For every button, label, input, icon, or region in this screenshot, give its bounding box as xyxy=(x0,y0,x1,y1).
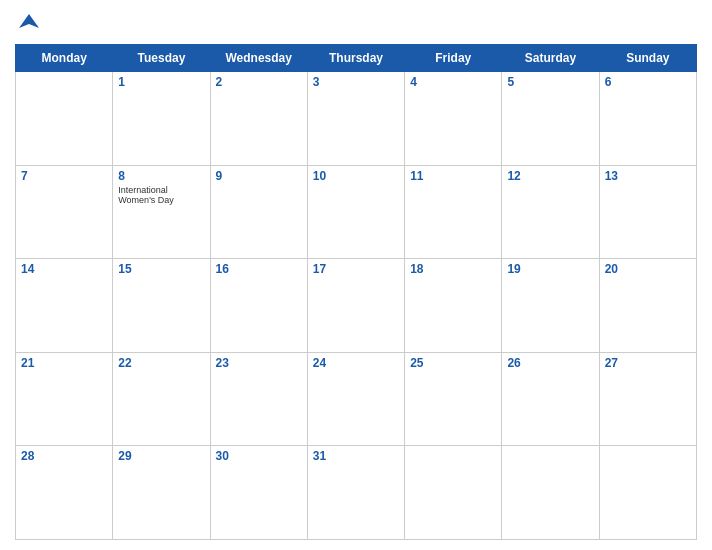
calendar-cell: 9 xyxy=(210,165,307,259)
day-number: 19 xyxy=(507,262,593,276)
weekday-header-row: MondayTuesdayWednesdayThursdayFridaySatu… xyxy=(16,45,697,72)
calendar-week-row: 78International Women's Day910111213 xyxy=(16,165,697,259)
calendar-cell: 13 xyxy=(599,165,696,259)
weekday-header: Wednesday xyxy=(210,45,307,72)
calendar-cell: 27 xyxy=(599,352,696,446)
calendar-table: MondayTuesdayWednesdayThursdayFridaySatu… xyxy=(15,44,697,540)
calendar-cell: 6 xyxy=(599,72,696,166)
calendar-cell: 23 xyxy=(210,352,307,446)
weekday-header: Monday xyxy=(16,45,113,72)
calendar-cell: 19 xyxy=(502,259,599,353)
calendar-cell: 31 xyxy=(307,446,404,540)
calendar-cell: 14 xyxy=(16,259,113,353)
logo xyxy=(15,10,47,38)
day-number: 28 xyxy=(21,449,107,463)
calendar-cell: 11 xyxy=(405,165,502,259)
day-number: 15 xyxy=(118,262,204,276)
calendar-cell: 16 xyxy=(210,259,307,353)
day-number: 11 xyxy=(410,169,496,183)
day-number: 29 xyxy=(118,449,204,463)
svg-marker-0 xyxy=(19,14,39,28)
calendar-cell: 21 xyxy=(16,352,113,446)
day-number: 31 xyxy=(313,449,399,463)
day-number: 12 xyxy=(507,169,593,183)
weekday-header: Friday xyxy=(405,45,502,72)
calendar-cell: 1 xyxy=(113,72,210,166)
calendar-cell: 30 xyxy=(210,446,307,540)
day-number: 26 xyxy=(507,356,593,370)
calendar-cell: 29 xyxy=(113,446,210,540)
weekday-header: Tuesday xyxy=(113,45,210,72)
day-number: 3 xyxy=(313,75,399,89)
calendar-cell: 26 xyxy=(502,352,599,446)
day-number: 21 xyxy=(21,356,107,370)
calendar-cell xyxy=(405,446,502,540)
day-number: 17 xyxy=(313,262,399,276)
event-label: International Women's Day xyxy=(118,185,204,207)
day-number: 7 xyxy=(21,169,107,183)
calendar-cell: 28 xyxy=(16,446,113,540)
day-number: 10 xyxy=(313,169,399,183)
calendar-cell: 22 xyxy=(113,352,210,446)
calendar-week-row: 21222324252627 xyxy=(16,352,697,446)
calendar-cell: 10 xyxy=(307,165,404,259)
calendar-cell: 2 xyxy=(210,72,307,166)
day-number: 6 xyxy=(605,75,691,89)
weekday-header: Thursday xyxy=(307,45,404,72)
weekday-header: Sunday xyxy=(599,45,696,72)
calendar-week-row: 28293031 xyxy=(16,446,697,540)
day-number: 2 xyxy=(216,75,302,89)
day-number: 22 xyxy=(118,356,204,370)
calendar-cell: 15 xyxy=(113,259,210,353)
weekday-header: Saturday xyxy=(502,45,599,72)
day-number: 30 xyxy=(216,449,302,463)
day-number: 20 xyxy=(605,262,691,276)
calendar-cell: 4 xyxy=(405,72,502,166)
day-number: 9 xyxy=(216,169,302,183)
day-number: 14 xyxy=(21,262,107,276)
calendar-cell: 24 xyxy=(307,352,404,446)
calendar-week-row: 14151617181920 xyxy=(16,259,697,353)
calendar-cell: 20 xyxy=(599,259,696,353)
calendar-cell xyxy=(599,446,696,540)
calendar-cell xyxy=(16,72,113,166)
calendar-cell: 3 xyxy=(307,72,404,166)
calendar-page: MondayTuesdayWednesdayThursdayFridaySatu… xyxy=(0,0,712,550)
day-number: 16 xyxy=(216,262,302,276)
day-number: 18 xyxy=(410,262,496,276)
day-number: 5 xyxy=(507,75,593,89)
calendar-cell xyxy=(502,446,599,540)
calendar-cell: 25 xyxy=(405,352,502,446)
calendar-cell: 12 xyxy=(502,165,599,259)
logo-bird-icon xyxy=(15,10,43,38)
header xyxy=(15,10,697,38)
day-number: 27 xyxy=(605,356,691,370)
calendar-cell: 5 xyxy=(502,72,599,166)
day-number: 8 xyxy=(118,169,204,183)
calendar-cell: 8International Women's Day xyxy=(113,165,210,259)
day-number: 4 xyxy=(410,75,496,89)
day-number: 13 xyxy=(605,169,691,183)
calendar-cell: 18 xyxy=(405,259,502,353)
day-number: 24 xyxy=(313,356,399,370)
calendar-cell: 17 xyxy=(307,259,404,353)
day-number: 25 xyxy=(410,356,496,370)
calendar-week-row: 123456 xyxy=(16,72,697,166)
day-number: 23 xyxy=(216,356,302,370)
calendar-cell: 7 xyxy=(16,165,113,259)
day-number: 1 xyxy=(118,75,204,89)
